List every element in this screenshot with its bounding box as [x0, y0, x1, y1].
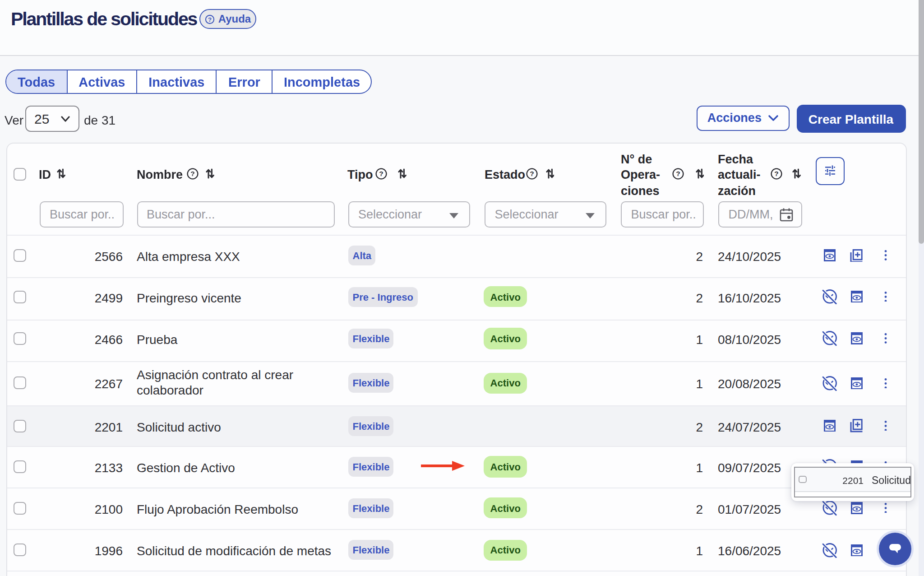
svg-text:?: ?	[774, 170, 778, 177]
svg-text:?: ?	[190, 170, 194, 177]
svg-text:?: ?	[379, 170, 383, 177]
svg-text:?: ?	[676, 170, 680, 177]
svg-text:?: ?	[530, 170, 534, 177]
svg-text:?: ?	[208, 16, 212, 23]
